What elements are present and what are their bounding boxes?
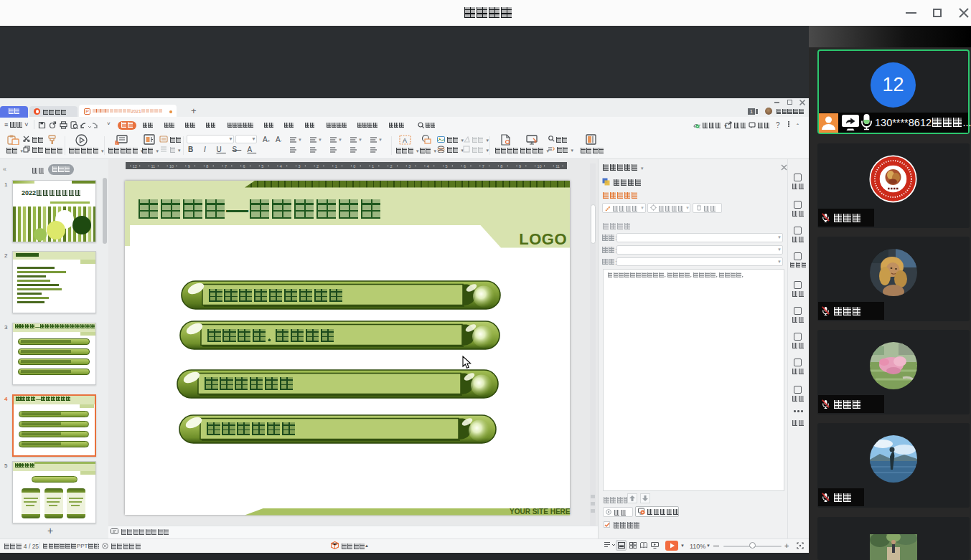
svg-text:A: A (403, 137, 407, 144)
svg-text:8: 8 (500, 164, 502, 169)
svg-text:6: 6 (243, 164, 245, 169)
svg-text:9: 9 (519, 164, 521, 169)
svg-text:2: 2 (316, 164, 319, 169)
svg-text:4: 4 (427, 164, 429, 169)
svg-text:10: 10 (538, 164, 542, 169)
svg-text:2: 2 (390, 164, 393, 169)
svg-text:1: 1 (372, 164, 374, 169)
svg-text:1: 1 (335, 164, 337, 169)
svg-text:3: 3 (298, 164, 300, 169)
svg-text:6: 6 (464, 164, 466, 169)
svg-text:10: 10 (169, 164, 174, 169)
svg-text:5: 5 (261, 164, 263, 169)
svg-text:4: 4 (280, 164, 282, 169)
svg-text:7: 7 (482, 164, 484, 169)
svg-text:12: 12 (133, 164, 137, 169)
svg-text:7: 7 (225, 164, 227, 169)
svg-text:11: 11 (151, 164, 155, 169)
svg-text:9: 9 (188, 164, 190, 169)
svg-text:0: 0 (353, 164, 355, 169)
svg-text:5: 5 (445, 164, 447, 169)
svg-text:8: 8 (206, 164, 208, 169)
svg-text:3: 3 (408, 164, 411, 169)
svg-text:11: 11 (555, 164, 560, 169)
